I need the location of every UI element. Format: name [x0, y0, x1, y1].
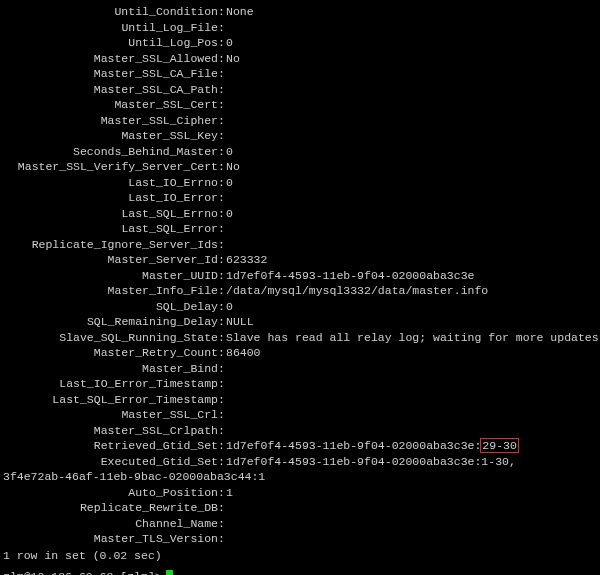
- status-row: Until_Log_File:: [3, 20, 597, 36]
- status-row: Master_SSL_CA_Path:: [3, 82, 597, 98]
- field-value: 1: [226, 485, 597, 501]
- gtid-prefix: 1d7ef0f4-4593-11eb-9f04-02000aba3c3e:: [226, 439, 481, 452]
- colon-sep: :: [218, 35, 226, 51]
- status-row: Master_SSL_Crl:: [3, 407, 597, 423]
- field-label: Replicate_Rewrite_DB: [3, 500, 218, 516]
- field-label: Until_Condition: [3, 4, 218, 20]
- colon-sep: :: [218, 268, 226, 284]
- status-row: Master_SSL_Key:: [3, 128, 597, 144]
- status-row: Last_IO_Error_Timestamp:: [3, 376, 597, 392]
- field-value: [226, 113, 597, 129]
- status-row: Until_Log_Pos: 0: [3, 35, 597, 51]
- field-value: No: [226, 51, 597, 67]
- field-value: 0: [226, 299, 597, 315]
- field-value: No: [226, 159, 597, 175]
- colon-sep: :: [218, 20, 226, 36]
- colon-sep: :: [218, 190, 226, 206]
- colon-sep: :: [218, 516, 226, 532]
- status-row: Master_Retry_Count: 86400: [3, 345, 597, 361]
- field-label: Last_IO_Error_Timestamp: [3, 376, 218, 392]
- status-row: Master_SSL_Crlpath:: [3, 423, 597, 439]
- field-label: Master_SSL_Verify_Server_Cert: [3, 159, 218, 175]
- colon-sep: :: [218, 361, 226, 377]
- row-retrieved-gtid-set: Retrieved_Gtid_Set : 1d7ef0f4-4593-11eb-…: [3, 438, 597, 454]
- field-value: [226, 407, 597, 423]
- field-label: Last_SQL_Errno: [3, 206, 218, 222]
- field-value: 86400: [226, 345, 597, 361]
- field-label: Master_Info_File: [3, 283, 218, 299]
- status-row: Master_UUID: 1d7ef0f4-4593-11eb-9f04-020…: [3, 268, 597, 284]
- field-label: Master_SSL_Allowed: [3, 51, 218, 67]
- colon-sep: :: [218, 407, 226, 423]
- field-label: Retrieved_Gtid_Set: [3, 438, 218, 454]
- field-value: [226, 237, 597, 253]
- status-row: Master_Server_Id: 623332: [3, 252, 597, 268]
- field-value: [226, 376, 597, 392]
- status-row: Last_SQL_Errno: 0: [3, 206, 597, 222]
- row-executed-gtid-set: Executed_Gtid_Set : 1d7ef0f4-4593-11eb-9…: [3, 454, 597, 470]
- colon-sep: :: [218, 423, 226, 439]
- field-label: Master_Retry_Count: [3, 345, 218, 361]
- colon-sep: :: [218, 531, 226, 547]
- colon-sep: :: [218, 392, 226, 408]
- field-label: Executed_Gtid_Set: [3, 454, 218, 470]
- status-row: Master_SSL_Verify_Server_Cert: No: [3, 159, 597, 175]
- field-value: [226, 20, 597, 36]
- field-value: 0: [226, 35, 597, 51]
- prompt-line[interactable]: zlm@10.186.60.68 [zlm]>: [3, 569, 597, 575]
- colon-sep: :: [218, 299, 226, 315]
- status-rows: Until_Condition: NoneUntil_Log_File: Unt…: [3, 4, 597, 438]
- status-rows-tail: Auto_Position: 1Replicate_Rewrite_DB: Ch…: [3, 485, 597, 547]
- gtid-highlight: 29-30: [480, 438, 519, 453]
- field-label: SQL_Delay: [3, 299, 218, 315]
- field-label: Seconds_Behind_Master: [3, 144, 218, 160]
- colon-sep: :: [218, 345, 226, 361]
- field-value: [226, 423, 597, 439]
- field-label: Master_TLS_Version: [3, 531, 218, 547]
- field-label: Master_Bind: [3, 361, 218, 377]
- colon-sep: :: [218, 237, 226, 253]
- status-row: Master_SSL_CA_File:: [3, 66, 597, 82]
- field-label: Last_SQL_Error_Timestamp: [3, 392, 218, 408]
- colon-sep: :: [218, 128, 226, 144]
- colon-sep: :: [218, 376, 226, 392]
- status-row: Replicate_Ignore_Server_Ids:: [3, 237, 597, 253]
- field-label: SQL_Remaining_Delay: [3, 314, 218, 330]
- status-row: Master_TLS_Version:: [3, 531, 597, 547]
- field-value: 1d7ef0f4-4593-11eb-9f04-02000aba3c3e:1-3…: [226, 454, 597, 470]
- colon-sep: :: [218, 206, 226, 222]
- field-value: 0: [226, 144, 597, 160]
- colon-sep: :: [218, 330, 226, 346]
- status-row: SQL_Remaining_Delay: NULL: [3, 314, 597, 330]
- colon-sep: :: [218, 4, 226, 20]
- status-row: Last_SQL_Error_Timestamp:: [3, 392, 597, 408]
- status-row: Last_IO_Error:: [3, 190, 597, 206]
- field-label: Master_SSL_Crl: [3, 407, 218, 423]
- field-value: [226, 190, 597, 206]
- field-value: [226, 128, 597, 144]
- colon-sep: :: [218, 283, 226, 299]
- status-row: Auto_Position: 1: [3, 485, 597, 501]
- field-value: NULL: [226, 314, 597, 330]
- colon-sep: :: [218, 314, 226, 330]
- status-row: SQL_Delay: 0: [3, 299, 597, 315]
- status-row: Last_IO_Errno: 0: [3, 175, 597, 191]
- status-row: Replicate_Rewrite_DB:: [3, 500, 597, 516]
- field-label: Master_SSL_Cipher: [3, 113, 218, 129]
- field-value: /data/mysql/mysql3332/data/master.info: [226, 283, 597, 299]
- gtid-wrap: 3f4e72ab-46af-11eb-9bac-02000aba3c44:1: [3, 469, 265, 485]
- field-label: Slave_SQL_Running_State: [3, 330, 218, 346]
- status-row: Slave_SQL_Running_State: Slave has read …: [3, 330, 597, 346]
- field-label: Master_SSL_Cert: [3, 97, 218, 113]
- field-value: [226, 97, 597, 113]
- status-row: Master_Info_File: /data/mysql/mysql3332/…: [3, 283, 597, 299]
- colon-sep: :: [218, 144, 226, 160]
- colon-sep: :: [218, 252, 226, 268]
- status-row: Master_SSL_Allowed: No: [3, 51, 597, 67]
- colon-sep: :: [218, 175, 226, 191]
- field-value: None: [226, 4, 597, 20]
- field-label: Channel_Name: [3, 516, 218, 532]
- colon-sep: :: [218, 82, 226, 98]
- field-value: [226, 500, 597, 516]
- field-value: Slave has read all relay log; waiting fo…: [226, 330, 599, 346]
